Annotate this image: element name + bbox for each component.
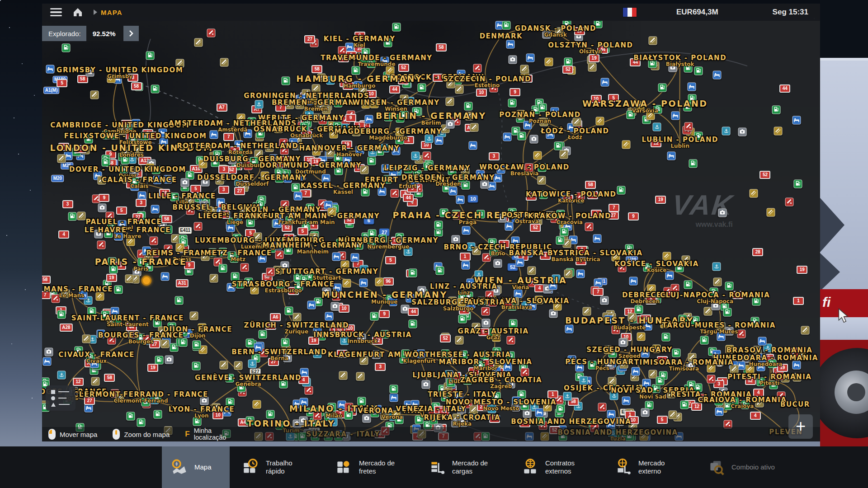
map-icon: 5 xyxy=(297,227,308,235)
map-icon xyxy=(228,251,236,260)
map-icon xyxy=(508,99,517,107)
map-icon xyxy=(199,160,208,168)
map-icon xyxy=(520,65,529,74)
map-icon xyxy=(360,55,368,63)
snow-specks xyxy=(0,0,1,1)
map-legend-button[interactable] xyxy=(46,385,75,411)
map-icon: 9 xyxy=(379,310,390,318)
map-icon xyxy=(622,141,630,149)
map-icon: 52 xyxy=(562,66,573,74)
map-icon xyxy=(755,399,764,408)
map-icon xyxy=(492,392,500,401)
map-icon xyxy=(151,85,160,94)
map-icon xyxy=(381,56,389,65)
map-icon xyxy=(362,100,370,108)
map-icon: 3 xyxy=(576,257,586,265)
map-icon xyxy=(52,294,60,303)
truck-wheel-hub-center xyxy=(847,383,865,401)
map-icon xyxy=(452,211,461,220)
map-icon xyxy=(280,146,288,155)
map-icon xyxy=(241,263,249,272)
map-icon xyxy=(159,128,167,137)
map-icon xyxy=(351,66,360,75)
map-icon: 44 xyxy=(562,195,573,203)
map-icon xyxy=(246,218,255,227)
map-icon xyxy=(662,333,670,341)
tab-contratos-externos[interactable]: Contratos externos xyxy=(509,446,602,488)
map-icon xyxy=(245,338,254,347)
map-icon: 10 xyxy=(337,350,348,358)
map-icon xyxy=(181,178,189,187)
map-icon xyxy=(280,200,289,209)
map-icon xyxy=(492,367,500,375)
map-icon xyxy=(408,268,417,277)
map-icon xyxy=(250,157,258,166)
map-icon: 44 xyxy=(403,194,414,202)
breadcrumb[interactable]: MAPA xyxy=(101,9,123,16)
map-icon: ⚓ xyxy=(610,391,618,400)
map-icon xyxy=(120,165,128,174)
map-icon xyxy=(667,151,676,160)
map-icon xyxy=(604,346,612,354)
map-icon xyxy=(756,362,765,371)
map-icon xyxy=(539,118,548,127)
tab-mercado-externo[interactable]: Mercado externo xyxy=(602,446,695,488)
map-icon xyxy=(641,349,649,358)
map-icon xyxy=(129,167,138,176)
map-icon xyxy=(536,417,545,425)
map-icon xyxy=(455,336,463,345)
tab-trabalho-r-pido[interactable]: Trabalho rápido xyxy=(230,446,323,488)
tab-comboio-ativo[interactable]: Comboio ativo xyxy=(695,446,787,488)
vak-logo-chevron xyxy=(820,198,844,252)
map-canvas[interactable]: VAK www.vak.fi KIEL - GERMANYKielDENMARK… xyxy=(42,21,820,441)
map-icon: ⚓ xyxy=(359,265,368,274)
map-icon xyxy=(151,205,159,214)
map-icon: 5 xyxy=(116,206,127,215)
map-icon xyxy=(97,240,105,249)
explored-expand-button[interactable] xyxy=(123,26,139,41)
money-display: EUR694,3M xyxy=(676,8,718,17)
map-icon xyxy=(362,414,371,422)
map-icon xyxy=(689,159,697,168)
home-icon[interactable] xyxy=(72,7,84,18)
map-icon xyxy=(94,230,103,239)
map-icon: ⚓ xyxy=(255,100,263,108)
hamburger-menu-icon[interactable] xyxy=(48,6,64,19)
map-icon xyxy=(201,253,209,261)
explored-value: 92.52% xyxy=(86,26,122,41)
map-icon xyxy=(451,419,460,428)
map-icon: 12 xyxy=(73,378,84,386)
tab-mapa[interactable]: Mapa xyxy=(162,446,230,488)
map-icon xyxy=(506,352,514,360)
road-shield: 6 xyxy=(363,217,374,225)
map-icon xyxy=(521,368,529,377)
map-icon xyxy=(153,410,162,419)
map-icon: 3 xyxy=(62,200,73,208)
player-location-marker xyxy=(142,276,151,286)
zoom-in-button[interactable]: + xyxy=(788,414,813,439)
map-icon xyxy=(564,58,572,66)
map-icon xyxy=(793,361,801,370)
tab-mercado-de-fretes[interactable]: Mercado de fretes xyxy=(323,446,416,488)
tab-mercado-de-cargas[interactable]: Mercado de cargas xyxy=(416,446,509,488)
map-icon: 12 xyxy=(651,139,661,147)
road-shield: M20 xyxy=(52,175,64,182)
road-shield: A1(M) xyxy=(43,87,60,94)
map-icon xyxy=(476,210,485,218)
map-icon: 9 xyxy=(646,296,656,305)
map-icon xyxy=(738,127,747,136)
map-icon: 27 xyxy=(149,340,160,348)
map-icon xyxy=(448,166,456,175)
map-icon xyxy=(526,53,535,62)
map-icon xyxy=(360,165,369,174)
map-icon xyxy=(74,346,83,355)
map-icon xyxy=(572,118,581,127)
map-icon xyxy=(665,271,674,280)
map-icon xyxy=(565,325,573,333)
map-icon xyxy=(114,286,123,294)
map-icon xyxy=(317,74,326,82)
map-icon xyxy=(341,261,349,269)
map-icon: ⚓ xyxy=(326,76,335,85)
map-icon xyxy=(361,188,370,196)
map-icon: ⚓ xyxy=(234,212,242,221)
